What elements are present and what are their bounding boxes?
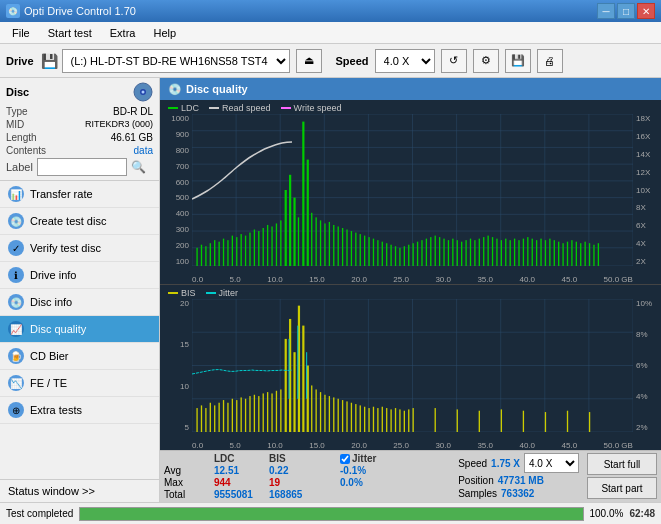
- svg-rect-37: [249, 233, 250, 266]
- menu-help[interactable]: Help: [145, 25, 184, 41]
- svg-rect-78: [430, 237, 431, 266]
- top-chart-legend: LDC Read speed Write speed: [168, 103, 341, 113]
- refresh-button[interactable]: ↺: [441, 49, 467, 73]
- speed-stat-dropdown[interactable]: 4.0 X: [524, 453, 579, 473]
- svg-rect-181: [404, 411, 405, 432]
- disc-info-icon: 💿: [8, 294, 24, 310]
- svg-rect-64: [368, 237, 369, 266]
- start-full-button[interactable]: Start full: [587, 453, 657, 475]
- nav-cd-bier[interactable]: 🍺 CD Bier: [0, 343, 159, 370]
- svg-rect-149: [263, 393, 264, 432]
- svg-rect-44: [280, 220, 281, 266]
- svg-rect-152: [276, 391, 277, 432]
- nav-disc-quality[interactable]: 📈 Disc quality: [0, 316, 159, 343]
- svg-rect-162: [320, 392, 321, 432]
- svg-rect-168: [346, 401, 347, 432]
- svg-rect-179: [395, 408, 396, 432]
- nav-create-test-disc-label: Create test disc: [30, 215, 106, 227]
- menu-start-test[interactable]: Start test: [40, 25, 100, 41]
- svg-rect-94: [501, 240, 502, 266]
- jitter-checkbox[interactable]: [340, 454, 350, 464]
- print-button[interactable]: 🖨: [537, 49, 563, 73]
- drive-selector[interactable]: (L:) HL-DT-ST BD-RE WH16NS58 TST4: [62, 49, 290, 73]
- disc-panel: Disc Type BD-R DL MID RITEKDR3 (000) Le: [0, 78, 159, 181]
- write-speed-legend: Write speed: [294, 103, 342, 113]
- svg-rect-166: [338, 399, 339, 432]
- speed-stat-label: Speed: [458, 458, 487, 469]
- svg-rect-186: [479, 411, 480, 432]
- svg-rect-147: [254, 395, 255, 432]
- maximize-button[interactable]: □: [617, 3, 635, 19]
- svg-rect-69: [390, 245, 391, 266]
- svg-rect-40: [263, 228, 264, 266]
- svg-rect-41: [267, 225, 268, 266]
- nav-fe-te[interactable]: 📉 FE / TE: [0, 370, 159, 397]
- svg-rect-189: [545, 412, 546, 432]
- svg-rect-90: [483, 237, 484, 266]
- save-button[interactable]: 💾: [505, 49, 531, 73]
- nav-verify-test-disc[interactable]: ✓ Verify test disc: [0, 235, 159, 262]
- svg-rect-190: [567, 411, 568, 432]
- svg-rect-49: [302, 122, 304, 266]
- speed-selector[interactable]: 4.0 X: [375, 49, 435, 73]
- menu-extra[interactable]: Extra: [102, 25, 144, 41]
- svg-rect-28: [210, 243, 211, 266]
- label-edit-icon[interactable]: 🔍: [131, 160, 146, 174]
- svg-rect-72: [404, 246, 405, 266]
- svg-rect-68: [386, 243, 387, 266]
- svg-rect-105: [549, 239, 550, 266]
- svg-rect-82: [448, 240, 449, 266]
- svg-rect-170: [355, 404, 356, 432]
- disc-icon: [133, 82, 153, 102]
- svg-rect-175: [377, 408, 378, 432]
- nav-create-test-disc[interactable]: 💿 Create test disc: [0, 208, 159, 235]
- nav-drive-info[interactable]: ℹ Drive info: [0, 262, 159, 289]
- svg-rect-172: [364, 407, 365, 432]
- svg-rect-73: [408, 245, 409, 266]
- svg-rect-84: [457, 240, 458, 266]
- svg-rect-160: [311, 385, 312, 432]
- svg-rect-81: [443, 239, 444, 266]
- svg-rect-138: [214, 405, 215, 432]
- svg-rect-100: [527, 237, 528, 266]
- nav-cd-bier-label: CD Bier: [30, 350, 69, 362]
- svg-rect-188: [523, 411, 524, 432]
- nav-extra-tests[interactable]: ⊕ Extra tests: [0, 397, 159, 424]
- nav-disc-quality-label: Disc quality: [30, 323, 86, 335]
- nav-disc-info[interactable]: 💿 Disc info: [0, 289, 159, 316]
- ldc-max: 944: [214, 477, 269, 488]
- eject-button[interactable]: ⏏: [296, 49, 322, 73]
- svg-rect-26: [201, 245, 202, 266]
- status-window-button[interactable]: Status window >>: [0, 479, 159, 502]
- svg-rect-77: [426, 239, 427, 266]
- svg-rect-111: [576, 242, 577, 266]
- jitter-legend: Jitter: [219, 288, 239, 298]
- bottom-y-axis-right: 10%8%6%4%2%: [633, 299, 661, 432]
- svg-rect-55: [329, 222, 330, 266]
- svg-rect-114: [589, 243, 590, 266]
- svg-rect-110: [571, 240, 572, 266]
- svg-rect-139: [218, 403, 219, 432]
- start-part-button[interactable]: Start part: [587, 477, 657, 499]
- svg-rect-182: [408, 409, 409, 432]
- menu-file[interactable]: File: [4, 25, 38, 41]
- bottom-chart: BIS Jitter 2015105 10%8%6%4%2%: [160, 285, 661, 450]
- svg-rect-184: [435, 408, 436, 432]
- nav-transfer-rate[interactable]: 📊 Transfer rate: [0, 181, 159, 208]
- length-value: 46.61 GB: [111, 132, 153, 143]
- content-area: 💿 Disc quality LDC Read speed: [160, 78, 661, 502]
- svg-rect-33: [232, 236, 233, 266]
- samples-value: 763362: [501, 488, 534, 499]
- svg-rect-96: [510, 240, 511, 266]
- label-input[interactable]: [37, 158, 127, 176]
- svg-rect-98: [518, 240, 519, 266]
- max-label: Max: [164, 477, 214, 488]
- svg-rect-56: [333, 225, 334, 266]
- position-value: 47731 MB: [498, 475, 544, 486]
- svg-rect-52: [315, 217, 316, 266]
- config-button[interactable]: ⚙: [473, 49, 499, 73]
- col-header-spacer: [324, 453, 340, 464]
- close-button[interactable]: ✕: [637, 3, 655, 19]
- minimize-button[interactable]: ─: [597, 3, 615, 19]
- nav-fe-te-label: FE / TE: [30, 377, 67, 389]
